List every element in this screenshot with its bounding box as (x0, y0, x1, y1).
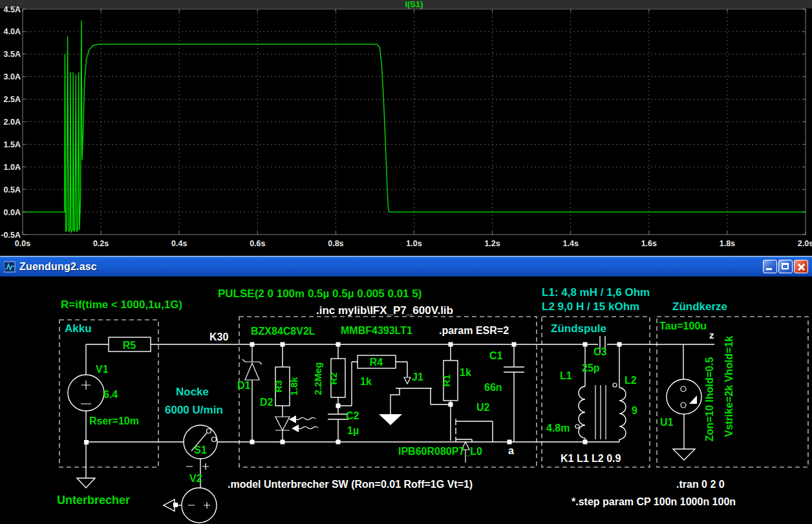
y-tick-label: 4.5A (4, 5, 21, 14)
maximize-icon (782, 263, 789, 269)
label-r1[interactable]: R1 (441, 374, 452, 386)
minimize-button[interactable] (763, 260, 777, 273)
value-c3[interactable]: 25p (582, 362, 600, 373)
directive-step[interactable]: *.step param CP 100n 1000n 100n (572, 496, 736, 507)
y-tick-label: 0.5A (4, 185, 21, 194)
arrow-squiggle-icon (297, 426, 318, 428)
x-tick-label: 0.6s (250, 239, 265, 248)
maximize-button[interactable] (778, 260, 793, 273)
directive-pulse[interactable]: PULSE(2 0 100m 0.5µ 0.5µ 0.005 0.01 5) (218, 288, 422, 300)
directive-tran[interactable]: .tran 0 2 0 (676, 479, 725, 490)
label-r3[interactable]: R3 (273, 380, 284, 392)
y-tick-label: 3.0A (4, 72, 21, 81)
label-d1[interactable]: D1 (237, 380, 251, 391)
label-r5[interactable]: R5 (123, 340, 136, 351)
diode-D2[interactable] (275, 415, 318, 442)
window-titlebar[interactable]: Zuendung2.asc (0, 256, 812, 277)
value-u2-model[interactable]: IPB60R080P7_L0 (398, 446, 482, 457)
directive-inc[interactable]: .inc mylib\IFX_P7_600V.lib (316, 304, 453, 317)
label-s1[interactable]: S1 (194, 445, 207, 456)
label-mmbf[interactable]: MMBF4393LT1 (341, 325, 412, 336)
schematic-pane[interactable]: R=if(time < 1000,1u,1G) PULSE(2 0 100m 0… (0, 277, 812, 524)
minimize-icon (766, 268, 772, 270)
comment-zuendkerze[interactable]: Zündkerze (672, 300, 727, 313)
comment-akku[interactable]: Akku (65, 322, 92, 335)
directive-model-sw[interactable]: .model Unterbrecher SW (Ron=0.01 Roff=1G… (228, 479, 473, 490)
y-tick-label: 2.5A (4, 95, 21, 104)
comment-rpm[interactable]: 6000 U/min (165, 404, 223, 416)
value-l2[interactable]: 9 (632, 405, 637, 416)
label-d2[interactable]: D2 (260, 397, 273, 408)
value-v1[interactable]: 6.4 (103, 389, 118, 400)
y-tick-label: 1.0A (4, 163, 21, 172)
label-c1[interactable]: C1 (489, 350, 503, 361)
directive-r-if[interactable]: R=if(time < 1000,1u,1G) (61, 299, 182, 311)
label-r2[interactable]: R2 (328, 372, 339, 384)
x-tick-label: 1.0s (406, 239, 422, 248)
voltage-source-V2[interactable] (164, 459, 217, 523)
ground-icon (164, 499, 175, 511)
core-icon (595, 385, 606, 439)
directive-k1[interactable]: K1 L1 L2 0.9 (561, 453, 621, 464)
value-rser[interactable]: Rser=10m (89, 415, 139, 426)
y-tick-label: 4.0A (4, 27, 21, 36)
label-tau[interactable]: Tau=100u (659, 320, 707, 331)
net-label-a[interactable]: a (508, 445, 514, 456)
value-r4[interactable]: 1k (360, 376, 372, 387)
spark-arrow-icon (689, 395, 697, 404)
spark-gap-U1[interactable] (667, 344, 701, 460)
jfet-J1[interactable] (379, 377, 451, 425)
label-v2[interactable]: V2 (189, 473, 202, 484)
zener-diode-D1[interactable] (242, 344, 262, 442)
value-u1-zon[interactable]: Zon=10 Ihold=0.5 (704, 357, 715, 442)
comment-l1-note[interactable]: L1: 4,8 mH / 1,6 Ohm (542, 286, 650, 299)
label-l1[interactable]: L1 (560, 370, 572, 381)
label-u1[interactable]: U1 (660, 417, 674, 428)
value-l1[interactable]: 4.8m (546, 423, 570, 434)
x-tick-label: 1.6s (641, 239, 657, 248)
label-r4[interactable]: R4 (370, 357, 383, 368)
y-tick-label: 0.0A (4, 208, 21, 217)
x-tick-label: 0.8s (328, 239, 343, 248)
comment-l2-note[interactable]: L2 9,0 H / 15 kOhm (542, 300, 639, 313)
arrow-squiggle-icon (295, 417, 315, 419)
label-u2[interactable]: U2 (476, 402, 490, 413)
value-c2[interactable]: 1µ (347, 425, 359, 436)
label-bzx[interactable]: BZX84C8V2L (251, 326, 315, 337)
x-tick-label: 0.0s (15, 239, 30, 248)
x-tick-label: 1.4s (563, 239, 579, 248)
x-tick-label: 0.4s (171, 239, 187, 248)
ground-icon (379, 414, 402, 425)
y-tick-label: 2.0A (4, 118, 21, 127)
net-label-unterbrecher[interactable]: Unterbrecher (57, 494, 130, 507)
y-tick-label: -0.5A (1, 231, 21, 240)
label-c3[interactable]: C3 (593, 346, 607, 357)
y-tick-label: 3.5A (4, 50, 21, 59)
close-button[interactable] (794, 260, 808, 273)
waveform-pane[interactable]: I(S1)0.0s0.2s0.4s0.6s0.8s1.0s1.2s1.4s1.6… (0, 0, 812, 256)
label-l2[interactable]: L2 (625, 375, 637, 386)
label-c2[interactable]: C2 (346, 410, 359, 421)
comment-nocke[interactable]: Nocke (176, 386, 209, 398)
label-j1[interactable]: J1 (412, 372, 423, 383)
value-r3[interactable]: 1.8k (288, 377, 299, 396)
phase-dot-icon (613, 383, 617, 387)
window-buttons (763, 260, 808, 273)
ground-icon (673, 449, 695, 460)
transformer-L1-L2[interactable] (575, 344, 626, 442)
label-v1[interactable]: V1 (96, 364, 109, 375)
value-r1[interactable]: 1k (460, 367, 471, 378)
value-c1[interactable]: 66n (484, 382, 502, 393)
directive-param-esr[interactable]: .param ESR=2 (439, 325, 509, 336)
x-tick-label: 1.8s (720, 239, 735, 248)
value-r2[interactable]: 2.2Meg (312, 362, 323, 395)
value-u1-vstrike[interactable]: Vstrike=2k Vhold=1k (723, 336, 734, 437)
comment-zuendspule[interactable]: Zündspule (551, 322, 606, 335)
net-label-z[interactable]: z (709, 330, 714, 341)
trace-label[interactable]: I(S1) (405, 0, 423, 9)
y-tick-label: 1.5A (4, 140, 21, 149)
ltspice-window: I(S1)0.0s0.2s0.4s0.6s0.8s1.0s1.2s1.4s1.6… (0, 0, 812, 524)
capacitor-C1[interactable] (504, 344, 524, 442)
waveform-plot[interactable]: I(S1)0.0s0.2s0.4s0.6s0.8s1.0s1.2s1.4s1.6… (0, 0, 812, 256)
net-label-k30[interactable]: K30 (209, 331, 228, 342)
